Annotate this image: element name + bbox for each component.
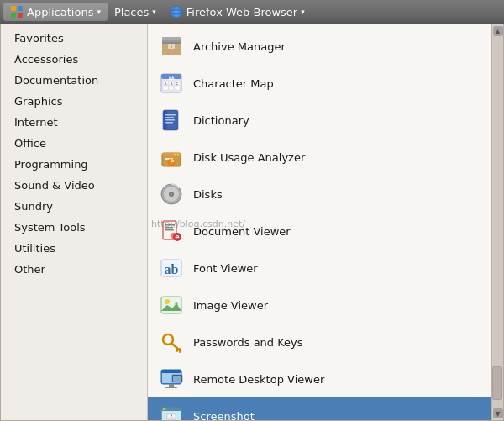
disks-icon (158, 181, 185, 208)
sidebar-item-favorites[interactable]: Favorites (1, 28, 147, 49)
svg-point-51 (165, 299, 170, 304)
svg-rect-20 (175, 86, 180, 90)
menu-item-document-viewer[interactable]: e Document Viewer (148, 213, 491, 250)
svg-rect-1 (18, 6, 23, 11)
document-viewer-icon: e (158, 218, 185, 245)
applications-caret: ▾ (97, 8, 101, 16)
sidebar-item-utilities[interactable]: Utilities (1, 238, 147, 259)
menu-item-remote-desktop[interactable]: Remote Desktop Viewer (148, 360, 491, 397)
sidebar-item-graphics[interactable]: Graphics (1, 91, 147, 112)
font-viewer-label: Font Viewer (193, 262, 258, 275)
places-label: Places (114, 6, 149, 18)
svg-rect-28 (165, 117, 174, 118)
svg-point-52 (175, 302, 178, 305)
disk-usage-label: Disk Usage Analyzer (193, 151, 305, 164)
applications-menu[interactable]: Applications ▾ (3, 3, 108, 21)
sidebar-item-accessories[interactable]: Accessories (1, 49, 147, 70)
svg-point-70 (171, 415, 172, 417)
svg-point-34 (174, 154, 176, 156)
svg-rect-59 (161, 370, 181, 373)
svg-text:àÀ: àÀ (168, 76, 174, 81)
svg-text:A: A (165, 82, 167, 86)
svg-text:e: e (175, 234, 180, 241)
archive-manager-icon (158, 33, 185, 60)
scroll-down-button[interactable]: ▼ (493, 408, 503, 418)
places-caret: ▾ (152, 8, 156, 16)
character-map-label: Character Map (193, 77, 274, 90)
font-viewer-icon: ab (158, 255, 185, 282)
svg-rect-29 (165, 119, 175, 121)
sidebar-item-other[interactable]: Other (1, 259, 147, 280)
archive-manager-label: Archive Manager (193, 40, 286, 53)
svg-rect-2 (11, 13, 16, 18)
menu-item-disk-usage[interactable]: Disk Usage Analyzer (148, 139, 491, 176)
sidebar-item-office[interactable]: Office (1, 133, 147, 154)
svg-rect-60 (169, 384, 174, 387)
disks-label: Disks (193, 188, 223, 201)
svg-rect-18 (163, 86, 168, 90)
passwords-keys-label: Passwords and Keys (193, 336, 303, 349)
menu-item-font-viewer[interactable]: ab Font Viewer (148, 250, 491, 287)
svg-point-68 (165, 408, 167, 410)
svg-rect-44 (165, 227, 173, 229)
sidebar-item-system-tools[interactable]: System Tools (1, 217, 147, 238)
svg-rect-27 (165, 114, 176, 116)
content-area: Archive Manager àÀ A B C (148, 24, 491, 420)
sidebar-item-sundry[interactable]: Sundry (1, 196, 147, 217)
applications-label: Applications (27, 6, 93, 18)
screenshot-icon (158, 403, 185, 420)
menu-item-dictionary[interactable]: Dictionary (148, 102, 491, 139)
dictionary-icon (158, 107, 185, 134)
screenshot-label: Screenshot (193, 410, 255, 421)
svg-rect-9 (162, 37, 181, 40)
sidebar-item-documentation[interactable]: Documentation (1, 70, 147, 91)
svg-text:B: B (171, 82, 173, 86)
document-viewer-label: Document Viewer (193, 225, 291, 238)
svg-point-33 (177, 154, 180, 156)
passwords-keys-icon (158, 329, 185, 355)
top-bar: Applications ▾ Places ▾ Firefox Web Brow… (0, 0, 504, 24)
svg-rect-0 (11, 6, 16, 11)
menu-container: Favorites Accessories Documentation Grap… (0, 24, 504, 421)
scrollbar[interactable]: ▲ ▼ (491, 24, 503, 420)
svg-text:C: C (176, 82, 179, 86)
svg-rect-30 (165, 122, 173, 124)
svg-text:ab: ab (165, 262, 179, 276)
menu-item-image-viewer[interactable]: Image Viewer (148, 287, 491, 324)
svg-rect-3 (18, 13, 23, 18)
sidebar-item-sound-video[interactable]: Sound & Video (1, 175, 147, 196)
remote-desktop-icon (158, 366, 185, 392)
menu-item-passwords-keys[interactable]: Passwords and Keys (148, 324, 491, 360)
sidebar-item-internet[interactable]: Internet (1, 112, 147, 133)
svg-point-67 (163, 408, 165, 410)
menu-item-screenshot[interactable]: Screenshot (148, 397, 491, 420)
image-viewer-label: Image Viewer (193, 299, 268, 312)
dictionary-label: Dictionary (193, 114, 249, 127)
disk-usage-icon (158, 144, 185, 171)
character-map-icon: àÀ A B C (158, 70, 185, 97)
image-viewer-icon (158, 292, 185, 318)
svg-rect-63 (173, 376, 181, 382)
scroll-thumb[interactable] (492, 366, 502, 400)
scroll-up-button[interactable]: ▲ (493, 26, 503, 36)
sidebar-item-programming[interactable]: Programming (1, 154, 147, 175)
svg-rect-45 (165, 229, 174, 231)
firefox-label: Firefox Web Browser (186, 6, 297, 18)
firefox-menu[interactable]: Firefox Web Browser ▾ (163, 3, 312, 21)
menu-item-archive-manager[interactable]: Archive Manager (148, 28, 491, 65)
svg-rect-61 (165, 387, 177, 388)
svg-rect-43 (165, 224, 175, 226)
firefox-caret: ▾ (301, 8, 305, 16)
menu-item-character-map[interactable]: àÀ A B C Character Map (148, 65, 491, 102)
places-menu[interactable]: Places ▾ (108, 3, 163, 21)
remote-desktop-label: Remote Desktop Viewer (193, 373, 324, 386)
svg-point-40 (171, 193, 173, 196)
menu-item-disks[interactable]: Disks (148, 176, 491, 213)
svg-rect-19 (169, 86, 174, 90)
sidebar: Favorites Accessories Documentation Grap… (1, 24, 148, 420)
